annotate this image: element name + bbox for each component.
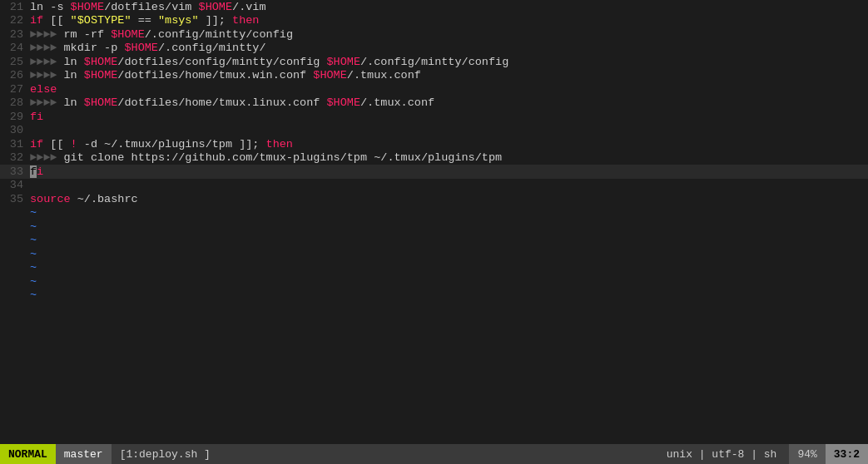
token: ~/.bashrc	[71, 193, 138, 205]
line-number: 27	[0, 83, 30, 96]
code-line: 25►►►► ln $HOME/dotfiles/config/mintty/c…	[0, 55, 868, 69]
tilde-line: ~	[0, 220, 868, 234]
line-content: ln -s $HOME/dotfiles/vim $HOME/.vim	[30, 1, 868, 13]
token: $HOME	[84, 56, 118, 68]
cursor: f	[30, 165, 37, 178]
file-indicator: [1:deploy.sh ]	[112, 448, 219, 461]
status-right: unix | utf-8 | sh 94% 33:2	[654, 444, 868, 464]
line-content: ►►►► mkdir -p $HOME/.config/mintty/	[30, 42, 868, 54]
token: ln	[64, 96, 84, 109]
token: $HOME	[327, 96, 361, 109]
token: [[	[43, 14, 70, 27]
token: git clone https://github.com/tmux-plugin…	[64, 151, 503, 164]
line-content: if [[ ! -d ~/.tmux/plugins/tpm ]]; then	[30, 138, 868, 151]
token: if	[30, 138, 43, 151]
code-line: 35source ~/.bashrc	[0, 192, 868, 206]
line-number: 26	[0, 69, 30, 81]
encoding-info: unix | utf-8 | sh	[654, 448, 790, 461]
tilde-marker: ~	[30, 206, 37, 219]
mode-indicator: NORMAL	[0, 444, 56, 464]
line-content: else	[30, 83, 868, 96]
token: fi	[30, 111, 43, 123]
code-line: 28►►►► ln $HOME/dotfiles/home/tmux.linux…	[0, 96, 868, 111]
tilde-marker: ~	[30, 220, 37, 233]
cursor-position: 33:2	[826, 444, 868, 464]
line-content: ►►►► ln $HOME/dotfiles/home/tmux.win.con…	[30, 69, 868, 81]
line-number: 32	[0, 151, 30, 164]
token: /dotfiles/config/mintty/config	[117, 56, 326, 68]
line-number: 23	[0, 28, 30, 41]
tilde-marker: ~	[30, 289, 37, 301]
token: $HOME	[84, 69, 118, 81]
token: ==	[131, 14, 158, 27]
token: ►►►►	[30, 151, 64, 164]
line-number: 30	[0, 124, 30, 136]
code-line: 31if [[ ! -d ~/.tmux/plugins/tpm ]]; the…	[0, 137, 868, 151]
code-line: 21ln -s $HOME/dotfiles/vim $HOME/.vim	[0, 0, 868, 14]
tilde-marker: ~	[30, 261, 37, 274]
code-line: 34	[0, 179, 868, 193]
token: $HOME	[111, 28, 145, 41]
line-content: source ~/.bashrc	[30, 193, 868, 205]
token: ln -s	[30, 1, 71, 13]
code-line: 24►►►► mkdir -p $HOME/.config/mintty/	[0, 42, 868, 56]
token: source	[30, 193, 71, 205]
token: [[	[43, 138, 70, 151]
token	[30, 124, 37, 136]
tilde-line: ~	[0, 261, 868, 275]
code-line: 23►►►► rm -rf $HOME/.config/mintty/confi…	[0, 27, 868, 42]
token: ln	[64, 56, 84, 68]
token: $HOME	[313, 69, 347, 81]
token: $HOME	[124, 42, 158, 54]
token: "msys"	[158, 14, 199, 27]
token: /dotfiles/home/tmux.linux.conf	[117, 96, 326, 109]
line-content: ►►►► rm -rf $HOME/.config/mintty/config	[30, 28, 868, 41]
code-line: 30	[0, 124, 868, 138]
token: !	[71, 138, 77, 151]
token: /.vim	[232, 1, 266, 13]
token: ►►►►	[30, 96, 64, 109]
line-content: ►►►► ln $HOME/dotfiles/config/mintty/con…	[30, 56, 868, 68]
code-line: 33fi	[0, 165, 868, 179]
line-number: 34	[0, 179, 30, 191]
code-line: 22if [[ "$OSTYPE" == "msys" ]]; then	[0, 14, 868, 28]
tilde-line: ~	[0, 234, 868, 248]
token: mkdir -p	[64, 42, 125, 54]
tilde-marker: ~	[30, 234, 37, 246]
line-content	[30, 179, 868, 191]
token: /.config/mintty/config	[360, 56, 508, 68]
editor: 21ln -s $HOME/dotfiles/vim $HOME/.vim22i…	[0, 0, 868, 444]
tilde-line: ~	[0, 247, 868, 261]
token: ln	[64, 69, 84, 81]
line-number: 29	[0, 111, 30, 123]
code-line: 27else	[0, 82, 868, 96]
line-content: ►►►► git clone https://github.com/tmux-p…	[30, 151, 868, 164]
scroll-percent: 94%	[789, 444, 825, 464]
line-number: 35	[0, 193, 30, 205]
tilde-line: ~	[0, 289, 868, 303]
tilde-marker: ~	[30, 275, 37, 288]
token: /.tmux.conf	[360, 96, 434, 109]
token: rm -rf	[64, 28, 112, 41]
token: if	[30, 14, 43, 27]
token: else	[30, 83, 57, 96]
token: $HOME	[84, 96, 118, 109]
line-number: 31	[0, 138, 30, 151]
token: /.config/mintty/	[158, 42, 266, 54]
line-content: ►►►► ln $HOME/dotfiles/home/tmux.linux.c…	[30, 96, 868, 109]
token: /dotfiles/home/tmux.win.conf	[117, 69, 313, 81]
token: -d ~/.tmux/plugins/tpm ]];	[77, 138, 266, 151]
code-line: 29fi	[0, 110, 868, 124]
token: "$OSTYPE"	[71, 14, 131, 27]
line-number: 33	[0, 165, 30, 178]
token: ►►►►	[30, 56, 64, 68]
line-number: 28	[0, 96, 30, 109]
line-number: 22	[0, 14, 30, 27]
line-content: if [[ "$OSTYPE" == "msys" ]]; then	[30, 14, 868, 27]
statusbar: NORMAL master [1:deploy.sh ] unix | utf-…	[0, 444, 868, 464]
line-number: 21	[0, 1, 30, 13]
code-area: 21ln -s $HOME/dotfiles/vim $HOME/.vim22i…	[0, 0, 868, 444]
token: /.tmux.conf	[347, 69, 421, 81]
tilde-line: ~	[0, 274, 868, 289]
code-line: 26►►►► ln $HOME/dotfiles/home/tmux.win.c…	[0, 69, 868, 83]
